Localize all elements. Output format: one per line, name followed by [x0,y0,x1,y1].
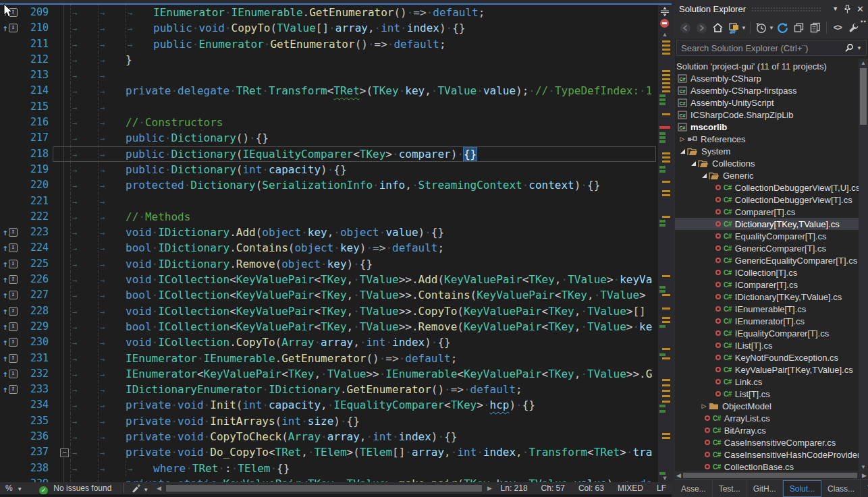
code-line-215[interactable]: 215→→ [0,99,658,115]
status-line-ending[interactable]: LF [657,484,666,493]
toolbar-overflow-icon[interactable]: ▪▪ [861,18,867,25]
code-line-235[interactable]: 235→→private·void·InitArrays(int·size)·{… [0,413,658,429]
splitter-handle-icon[interactable] [659,6,670,17]
tree-item[interactable]: Solution 'project-gui' (11 of 11 project… [675,60,859,72]
tree-item[interactable]: C#IDictionary[TKey,TValue].cs [675,291,859,303]
code-line-221[interactable]: 221→→ [0,194,658,209]
code-cleanup-button[interactable]: ▼ [131,484,148,494]
tree-item[interactable]: ▷References [675,133,859,145]
tree-item[interactable]: C#Assembly-CSharp-firstpass [675,84,859,96]
tree-item[interactable]: C#ArrayList.cs [675,412,859,424]
nav-forward-icon[interactable] [694,20,709,35]
code-line-218[interactable]: 218→→public·Dictionary(IEqualityComparer… [0,146,658,162]
window-position-menu-icon[interactable]: ▼ [832,5,838,12]
switch-views-icon[interactable] [726,20,741,35]
chevron-down-icon[interactable]: ▼ [741,25,747,31]
code-line-228[interactable]: ↑I228→→void·ICollection<KeyValuePair<TKe… [0,303,658,319]
tree-item[interactable]: C#GenericEqualityComparer[T].cs [675,254,859,266]
code-line-234[interactable]: 234→→private·void·Init(int·capacity,·IEq… [0,397,658,413]
tree-item[interactable]: C#CaseInsensitiveHashCodeProvider.cs [675,448,859,461]
tree-item[interactable]: C#CollectionDebuggerView[T].cs [675,194,859,206]
tree-item[interactable]: ▷ObjectModel [675,400,859,412]
tree-item[interactable]: C#Comparer[T].cs [675,206,859,218]
hscroll-left-arrow-icon[interactable]: ◀ [157,485,161,492]
tree-item[interactable]: C#ICSharpCode.SharpZipLib [675,109,859,121]
code-line-222[interactable]: 222→→//·Methods [0,209,658,225]
panel-tab-asse[interactable]: Asse... [675,480,713,497]
code-line-213[interactable]: 213→→ [0,67,658,83]
tree-item[interactable]: C#mscorlib [675,121,859,133]
hscroll-left-arrow-icon[interactable]: ◀ [676,472,681,479]
panel-tab-gith[interactable]: GitH... [747,480,783,497]
code-line-229[interactable]: ↑I229→→bool·ICollection<KeyValuePair<TKe… [0,319,658,334]
code-line-219[interactable]: 219→→public·Dictionary(int·capacity)·{} [0,162,658,177]
fold-collapse-box[interactable]: − [60,448,69,457]
code-line-209[interactable]: ↑I209→→→IEnumerator·IEnumerable.GetEnume… [0,5,658,20]
chevron-down-icon[interactable]: ▼ [769,25,774,31]
code-line-216[interactable]: 216→→//·Constructors [0,115,658,130]
scrollbar-thumb[interactable] [683,473,857,478]
tree-item[interactable]: C#Link.cs [675,376,859,388]
scroll-up-arrow-icon[interactable]: ▲ [859,60,868,66]
tree-item[interactable]: C#IList[T].cs [675,339,859,351]
tree-item[interactable]: C#Assembly-UnityScript [675,96,859,109]
drag-grip[interactable] [751,7,821,11]
code-line-220[interactable]: 220→→protected·Dictionary(SerializationI… [0,177,658,193]
scroll-down-arrow-icon[interactable]: ▼ [658,475,672,481]
code-line-237[interactable]: 237−→→private·void·Do_CopyTo<TRet,·TElem… [0,444,658,460]
panel-tab-solut[interactable]: Solut... [783,480,821,497]
code-line-230[interactable]: ↑I230→→void·ICollection.CopyTo(Array·arr… [0,334,658,350]
expanded-arrow-icon[interactable] [688,161,698,166]
changes-filter-icon[interactable] [754,20,769,35]
home-icon[interactable] [710,20,725,35]
code-line-236[interactable]: 236→→private·void·CopyToCheck(Array·arra… [0,429,658,444]
code-line-212[interactable]: 212→→} [0,52,658,67]
collapsed-arrow-icon[interactable]: ▷ [678,136,687,142]
tree-vertical-scrollbar[interactable]: ▲ ▼ [859,59,868,471]
code-line-238[interactable]: 238→→→where·TRet·:·TElem·{} [0,461,658,476]
editor-vertical-scrollbar[interactable]: ▲ ▼ [658,5,672,483]
panel-tab-tea[interactable]: Tea... [861,480,868,497]
code-line-226[interactable]: ↑I226→→void·ICollection<KeyValuePair<TKe… [0,272,658,287]
tree-item[interactable]: C#IEnumerator[T].cs [675,315,859,327]
search-icon[interactable] [844,43,854,53]
expanded-arrow-icon[interactable] [678,149,687,154]
view-code-icon[interactable]: <> [830,20,845,35]
tree-item[interactable]: C#CollectionBase.cs [675,461,859,471]
pin-icon[interactable] [844,5,851,13]
issues-indicator[interactable]: ✓ No issues found [39,484,111,495]
code-viewport[interactable]: ↑I209→→→IEnumerator·IEnumerable.GetEnume… [0,5,658,483]
refresh-icon[interactable] [776,20,790,35]
hscroll-right-arrow-icon[interactable]: ▶ [862,472,867,479]
code-line-225[interactable]: ↑I225→→void·IDictionary.Remove(object·ke… [0,256,658,272]
search-input[interactable]: Search Solution Explorer (Ctrl+¨) ▼ [676,40,867,56]
collapse-all-icon[interactable] [792,20,807,35]
tree-item[interactable]: Collections [675,157,859,169]
chevron-down-icon[interactable]: ▼ [857,45,862,51]
tree-item[interactable]: C#List[T].cs [675,388,859,400]
code-line-232[interactable]: ↑I232→→IEnumerator<KeyValuePair<TKey,·TV… [0,366,658,382]
tree-item[interactable]: System [675,145,859,157]
code-line-210[interactable]: ↑I210→→→public·void·CopyTo(TValue[]·arra… [0,20,658,36]
code-line-233[interactable]: ↑I233→→IDictionaryEnumerator·IDictionary… [0,382,658,397]
tree-item[interactable]: C#IComparer[T].cs [675,279,859,291]
tree-item[interactable]: C#Assembly-CSharp [675,72,859,84]
close-icon[interactable]: ✕ [857,4,864,14]
tree-item[interactable]: C#KeyValuePair[TKey,TValue].cs [675,363,859,376]
code-line-217[interactable]: 217→→public·Dictionary()·{} [0,130,658,146]
tree-item[interactable]: C#GenericComparer[T].cs [675,242,859,254]
nav-back-icon[interactable] [678,20,693,35]
tree-item[interactable]: C#IEnumerable[T].cs [675,303,859,315]
hscroll-right-arrow-icon[interactable]: ▶ [487,485,492,492]
code-line-214[interactable]: 214→→private·delegate·TRet·Transform<TRe… [0,83,658,98]
status-indent-mode[interactable]: MIXED [618,484,643,493]
editor-horizontal-scrollbar[interactable] [166,485,482,492]
panel-tab-class[interactable]: Class... [821,480,861,497]
scroll-up-arrow-icon[interactable]: ▲ [658,31,672,38]
tree-item[interactable]: C#IEqualityComparer[T].cs [675,327,859,339]
tree-item[interactable]: C#KeyNotFoundException.cs [675,351,859,363]
tree-horizontal-scrollbar[interactable]: ◀ ▶ [675,471,868,479]
tree-item-selected[interactable]: C#Dictionary[TKey,TValue].cs [675,218,859,230]
tree-item[interactable]: C#CollectionDebuggerView[T,U].cs [675,181,859,194]
tree-item[interactable]: Generic [675,169,859,181]
